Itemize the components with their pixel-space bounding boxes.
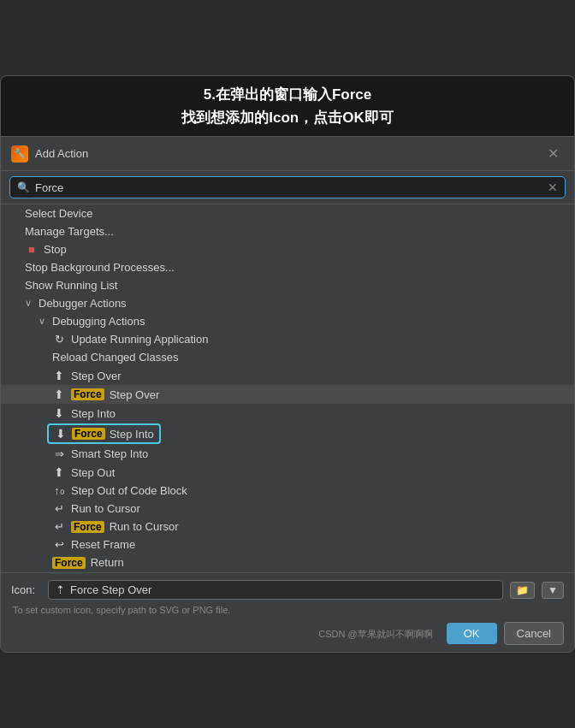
list-item-step-over[interactable]: ⬆ Step Over (1, 366, 574, 385)
search-bar: 🔍 ✕ (1, 171, 574, 204)
step-out-code-icon: ↑₀ (52, 484, 66, 497)
list-item-reset-frame[interactable]: ↩ Reset Frame (1, 536, 574, 553)
force-badge-step-into: Force (72, 428, 105, 440)
item-label: Reload Changed Classes (52, 351, 178, 364)
force-badge-run-cursor: Force (71, 521, 104, 533)
title-bar: 🔧 Add Action ✕ (1, 137, 574, 171)
chevron-icon: ∨ (39, 316, 45, 327)
item-label: Step Into (71, 407, 116, 420)
footer: Icon: ⇡ Force Step Over 📁 ▼ To set custo… (1, 572, 574, 652)
search-input[interactable] (35, 181, 542, 194)
icon-value: Force Step Over (70, 583, 151, 596)
list-item-force-run-cursor[interactable]: ↵ Force Run to Cursor (1, 518, 574, 536)
item-label: Step Over (110, 388, 160, 401)
list-item-show-running[interactable]: Show Running List (1, 276, 574, 294)
stop-icon: ■ (25, 243, 39, 256)
list-item-force-return[interactable]: Force Return (1, 553, 574, 571)
list-item-run-cursor[interactable]: ↵ Run to Cursor (1, 500, 574, 518)
list-item-update-running[interactable]: ↻ Update Running Application (1, 330, 574, 348)
item-label: Select Device (25, 207, 92, 220)
force-run-cursor-icon: ↵ (52, 520, 66, 533)
item-label: Smart Step Into (71, 447, 148, 460)
item-label: Stop (44, 243, 67, 256)
search-input-wrapper: 🔍 ✕ (9, 176, 566, 198)
folder-button[interactable]: 📁 (510, 582, 535, 599)
icon-field-label: Icon: (11, 583, 41, 596)
item-label: Step Out of Code Block (71, 484, 187, 497)
menu-list[interactable]: Select Device Manage Targets... ■ Stop S… (1, 204, 574, 572)
watermark: CSDN @苹果就叫不啊啊啊 (318, 626, 439, 641)
item-label: Reset Frame (71, 538, 135, 551)
list-item-select-device[interactable]: Select Device (1, 204, 574, 222)
run-cursor-icon: ↵ (52, 502, 66, 515)
button-row: CSDN @苹果就叫不啊啊啊 OK Cancel (11, 622, 564, 645)
list-item-reload-classes[interactable]: Reload Changed Classes (1, 348, 574, 366)
icon-input-wrapper: ⇡ Force Step Over (48, 580, 503, 600)
item-label: Manage Targets... (25, 225, 114, 238)
icon-row: Icon: ⇡ Force Step Over 📁 ▼ (11, 580, 564, 600)
smart-step-icon: ⇒ (52, 447, 66, 460)
annotation-line2: 找到想添加的Icon，点击OK即可 (181, 109, 393, 126)
ok-button[interactable]: OK (447, 623, 497, 644)
dropdown-button[interactable]: ▼ (542, 582, 564, 599)
list-item-smart-step-into[interactable]: ⇒ Smart Step Into (1, 445, 574, 463)
list-item-manage-targets[interactable]: Manage Targets... (1, 222, 574, 240)
list-item-force-step-into[interactable]: ⬇ Force Step Into (1, 423, 574, 445)
list-item-debugging-actions[interactable]: ∨ Debugging Actions (1, 312, 574, 330)
list-item-stop[interactable]: ■ Stop (1, 240, 574, 258)
item-label: Step Over (71, 370, 122, 382)
list-item-stop-bg[interactable]: Stop Background Processes... (1, 258, 574, 276)
step-into-icon: ⬇ (52, 406, 66, 420)
force-step-over-icon: ⬆ (52, 388, 66, 401)
item-label: Return (91, 556, 124, 569)
force-badge-return: Force (52, 557, 86, 569)
item-label: Step Out (71, 466, 115, 479)
item-label: Update Running Application (71, 333, 208, 346)
item-label: Step Into (110, 428, 154, 441)
app-icon: 🔧 (11, 145, 28, 163)
list-item-step-into[interactable]: ⬇ Step Into (1, 404, 574, 423)
force-step-into-focus: ⬇ Force Step Into (47, 423, 161, 444)
annotation-overlay: 5.在弹出的窗口输入Force 找到想添加的Icon，点击OK即可 (1, 76, 574, 137)
cancel-button[interactable]: Cancel (504, 622, 564, 645)
dialog-title: Add Action (35, 147, 88, 160)
item-label: Run to Cursor (110, 520, 179, 533)
reset-frame-icon: ↩ (52, 538, 66, 551)
list-item-force-step-over[interactable]: ⬆ Force Step Over (1, 385, 574, 404)
force-step-into-icon: ⬇ (54, 427, 68, 441)
icon-symbol: ⇡ (56, 583, 65, 596)
item-label: Run to Cursor (71, 502, 140, 515)
item-label: Show Running List (25, 279, 117, 292)
add-action-dialog: 5.在弹出的窗口输入Force 找到想添加的Icon，点击OK即可 🔧 Add … (0, 75, 575, 653)
item-label: Debugging Actions (52, 315, 145, 328)
item-label: Debugger Actions (39, 297, 127, 310)
annotation-line1: 5.在弹出的窗口输入Force (204, 86, 371, 103)
list-item-step-out[interactable]: ⬆ Step Out (1, 463, 574, 482)
search-icon: 🔍 (17, 181, 30, 193)
icon-hint: To set custom icon, specify path to SVG … (13, 605, 564, 615)
force-badge: Force (71, 388, 104, 400)
chevron-icon: ∨ (25, 298, 32, 309)
title-bar-left: 🔧 Add Action (11, 145, 88, 163)
step-over-icon: ⬆ (52, 369, 66, 382)
item-label: Stop Background Processes... (25, 261, 175, 274)
list-item-step-out-code[interactable]: ↑₀ Step Out of Code Block (1, 482, 574, 500)
clear-search-icon[interactable]: ✕ (548, 181, 558, 194)
close-button[interactable]: ✕ (542, 144, 564, 163)
list-item-debugger-actions[interactable]: ∨ Debugger Actions (1, 294, 574, 312)
refresh-icon: ↻ (52, 333, 66, 346)
step-out-icon: ⬆ (52, 465, 66, 479)
